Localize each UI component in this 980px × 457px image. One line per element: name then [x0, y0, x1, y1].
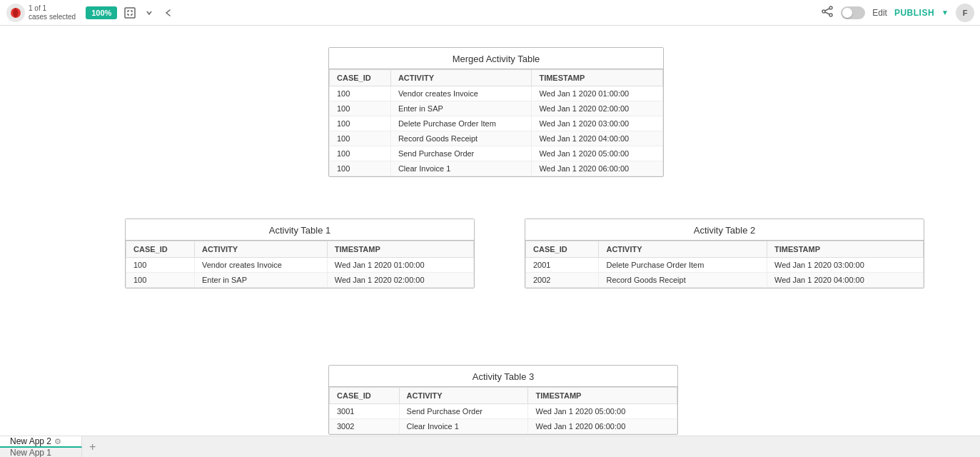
table-row: 3002Clear Invoice 1Wed Jan 1 2020 06:00:…: [330, 419, 677, 434]
toolbar: 1 of 1 cases selected 100%: [0, 0, 980, 26]
table-cell: 2001: [526, 258, 599, 273]
table1-title: Activity Table 1: [126, 219, 474, 241]
activity-table-1: Activity Table 1 CASE_ID ACTIVITY TIMEST…: [125, 219, 475, 288]
table-cell: Wed Jan 1 2020 04:00:00: [532, 131, 663, 146]
table-row: 2002Record Goods ReceiptWed Jan 1 2020 0…: [526, 273, 924, 288]
t2-col-timestamp: TIMESTAMP: [767, 241, 924, 258]
merged-activity-table: Merged Activity Table CASE_ID ACTIVITY T…: [328, 47, 664, 177]
table-row: 100Record Goods ReceiptWed Jan 1 2020 04…: [330, 131, 663, 146]
edit-label: Edit: [872, 8, 887, 18]
expand-button[interactable]: [121, 6, 138, 20]
table-cell: Wed Jan 1 2020 01:00:00: [327, 258, 473, 273]
table-row: 100Enter in SAPWed Jan 1 2020 02:00:00: [126, 273, 474, 288]
table-cell: Wed Jan 1 2020 04:00:00: [767, 273, 924, 288]
table-cell: 3002: [330, 419, 400, 434]
table-cell: Record Goods Receipt: [599, 273, 767, 288]
table-row: 100Delete Purchase Order ItemWed Jan 1 2…: [330, 116, 663, 131]
table-cell: Clear Invoice 1: [399, 419, 528, 434]
publish-button[interactable]: PUBLISH: [894, 8, 934, 18]
table-cell: Vendor creates Invoice: [195, 258, 328, 273]
celonis-logo: [6, 3, 26, 23]
gear-icon[interactable]: ⚙: [54, 437, 61, 446]
table-cell: Enter in SAP: [390, 101, 532, 116]
table2-title: Activity Table 2: [525, 219, 924, 241]
tab-label: New App 2: [10, 436, 51, 446]
table-cell: 100: [330, 116, 391, 131]
cases-line2: cases selected: [29, 13, 76, 21]
svg-point-4: [822, 10, 825, 13]
t2-col-activity: ACTIVITY: [599, 241, 767, 258]
edit-toggle[interactable]: [841, 6, 865, 19]
t1-col-timestamp: TIMESTAMP: [327, 241, 473, 258]
table-cell: Delete Purchase Order Item: [390, 116, 532, 131]
merged-col-timestamp: TIMESTAMP: [532, 70, 663, 86]
table-cell: 100: [330, 161, 391, 176]
tab-item-0[interactable]: New App 2⚙: [0, 436, 82, 448]
tab-label: New App 1: [10, 448, 51, 457]
table-cell: Wed Jan 1 2020 03:00:00: [532, 116, 663, 131]
table-cell: 100: [126, 273, 195, 288]
merged-table-title: Merged Activity Table: [329, 48, 663, 69]
table-cell: Wed Jan 1 2020 01:00:00: [532, 86, 663, 101]
logo-area: 1 of 1 cases selected: [6, 3, 76, 23]
cases-info: 1 of 1 cases selected: [29, 4, 76, 21]
back-button[interactable]: [160, 6, 177, 20]
table-cell: Wed Jan 1 2020 06:00:00: [532, 161, 663, 176]
table-cell: 100: [330, 101, 391, 116]
t3-col-activity: ACTIVITY: [399, 388, 528, 404]
table-cell: Wed Jan 1 2020 02:00:00: [327, 273, 473, 288]
canvas-area: Merged Activity Table CASE_ID ACTIVITY T…: [14, 40, 971, 436]
tab-item-1[interactable]: New App 1: [0, 448, 82, 457]
table-cell: Wed Jan 1 2020 05:00:00: [528, 404, 677, 419]
tab-bar: New App 2⚙New App 1New App 5Case Explore…: [0, 436, 980, 457]
table-cell: 100: [330, 131, 391, 146]
table-cell: Clear Invoice 1: [390, 161, 532, 176]
table-cell: 100: [330, 146, 391, 161]
t1-col-activity: ACTIVITY: [195, 241, 328, 258]
table-cell: Wed Jan 1 2020 03:00:00: [767, 258, 924, 273]
table-cell: Send Purchase Order: [390, 146, 532, 161]
svg-point-5: [829, 14, 832, 16]
merged-col-activity: ACTIVITY: [390, 70, 532, 86]
table-cell: 3001: [330, 404, 400, 419]
table-row: 3001Send Purchase OrderWed Jan 1 2020 05…: [330, 404, 677, 419]
table-cell: Record Goods Receipt: [390, 131, 532, 146]
table-row: 100Enter in SAPWed Jan 1 2020 02:00:00: [330, 101, 663, 116]
table-cell: Delete Purchase Order Item: [599, 258, 767, 273]
cases-line1: 1 of 1: [29, 4, 76, 13]
activity-table-3: Activity Table 3 CASE_ID ACTIVITY TIMEST…: [328, 365, 678, 435]
merged-col-case-id: CASE_ID: [330, 70, 391, 86]
dropdown-button[interactable]: [143, 8, 156, 18]
toolbar-right: Edit PUBLISH ▼ F: [821, 4, 974, 22]
user-avatar[interactable]: F: [956, 4, 974, 22]
table-row: 100Vendor creates InvoiceWed Jan 1 2020 …: [126, 258, 474, 273]
table3-title: Activity Table 3: [329, 366, 677, 387]
svg-point-3: [829, 6, 832, 9]
table-cell: 2002: [526, 273, 599, 288]
tabs-container: New App 2⚙New App 1New App 5Case Explore…: [0, 436, 82, 457]
percent-badge: 100%: [86, 6, 117, 19]
t3-col-case-id: CASE_ID: [330, 388, 400, 404]
table-row: 100Vendor creates InvoiceWed Jan 1 2020 …: [330, 86, 663, 101]
table-cell: 100: [330, 86, 391, 101]
t2-col-case-id: CASE_ID: [526, 241, 599, 258]
t1-col-case-id: CASE_ID: [126, 241, 195, 258]
table-row: 2001Delete Purchase Order ItemWed Jan 1 …: [526, 258, 924, 273]
activity-table-2: Activity Table 2 CASE_ID ACTIVITY TIMEST…: [525, 219, 924, 288]
table-cell: Wed Jan 1 2020 02:00:00: [532, 101, 663, 116]
svg-rect-2: [125, 8, 135, 18]
table-cell: 100: [126, 258, 195, 273]
toggle-knob: [842, 8, 852, 18]
table-cell: Enter in SAP: [195, 273, 328, 288]
add-tab-button[interactable]: +: [82, 436, 103, 457]
table-cell: Vendor creates Invoice: [390, 86, 532, 101]
table-cell: Send Purchase Order: [399, 404, 528, 419]
share-button[interactable]: [821, 5, 834, 21]
publish-dropdown-button[interactable]: ▼: [941, 9, 949, 16]
table-row: 100Send Purchase OrderWed Jan 1 2020 05:…: [330, 146, 663, 161]
table-row: 100Clear Invoice 1Wed Jan 1 2020 06:00:0…: [330, 161, 663, 176]
t3-col-timestamp: TIMESTAMP: [528, 388, 677, 404]
table-cell: Wed Jan 1 2020 05:00:00: [532, 146, 663, 161]
main-canvas: Merged Activity Table CASE_ID ACTIVITY T…: [0, 26, 980, 436]
table-cell: Wed Jan 1 2020 06:00:00: [528, 419, 677, 434]
